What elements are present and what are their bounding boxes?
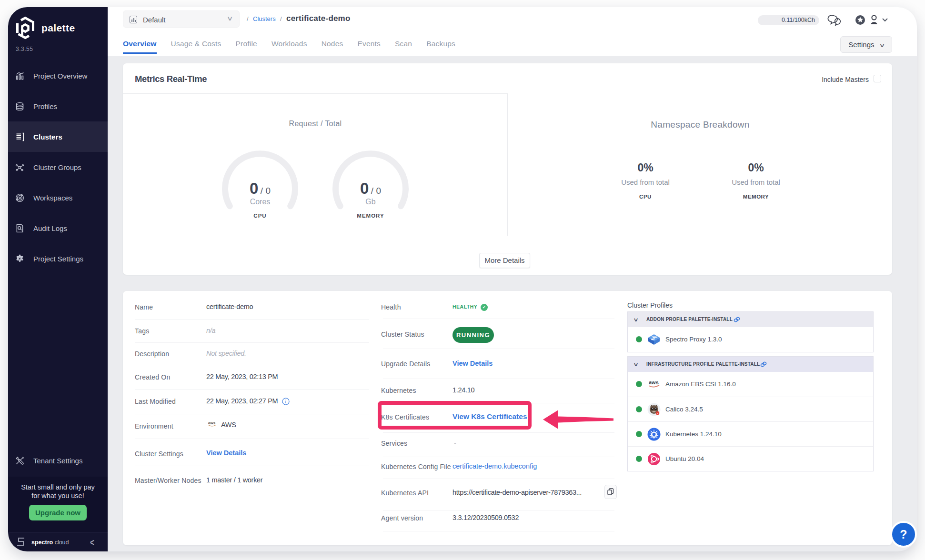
svg-text:aws: aws xyxy=(649,380,659,385)
svg-text:aws: aws xyxy=(208,421,216,425)
